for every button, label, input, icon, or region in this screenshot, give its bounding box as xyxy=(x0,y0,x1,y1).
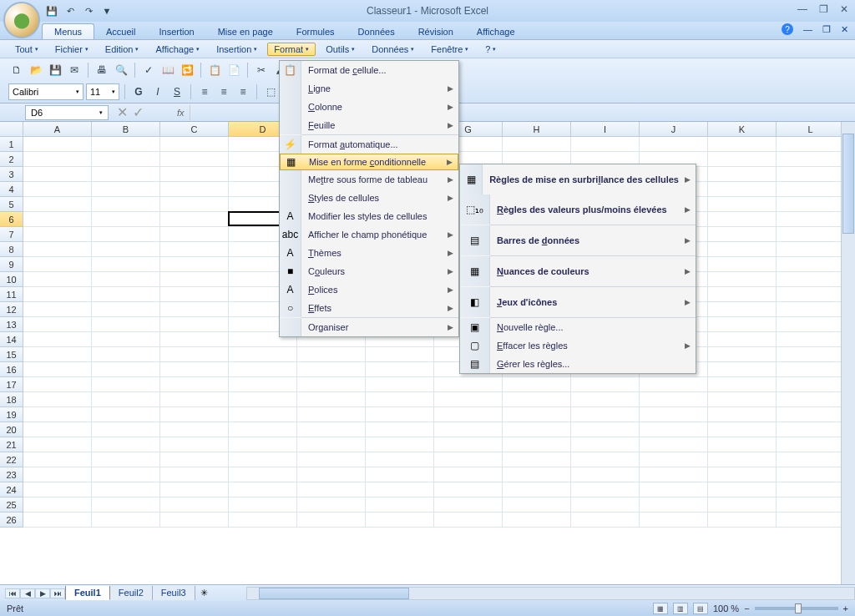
cell[interactable] xyxy=(434,377,503,392)
cell[interactable] xyxy=(777,272,845,287)
cell[interactable] xyxy=(160,497,229,512)
cell[interactable] xyxy=(708,392,777,407)
cell[interactable] xyxy=(503,452,571,467)
cell[interactable] xyxy=(708,512,777,528)
cell[interactable] xyxy=(160,362,229,377)
column-header[interactable]: J xyxy=(640,122,708,136)
cell[interactable] xyxy=(92,497,160,512)
column-header[interactable]: B xyxy=(92,122,160,136)
ribbon-tab-révision[interactable]: Révision xyxy=(407,24,465,39)
menu-item-couleurs[interactable]: ■Couleurs▶ xyxy=(280,262,458,280)
enter-formula-icon[interactable]: ✓ xyxy=(133,104,144,120)
fx-icon[interactable]: fx xyxy=(177,108,185,118)
page-break-view-icon[interactable]: ▤ xyxy=(693,603,708,614)
bold-icon[interactable]: G xyxy=(130,83,147,100)
cell[interactable] xyxy=(640,452,708,467)
cell[interactable] xyxy=(708,497,777,512)
menu-item-mise-en-forme-conditionnelle[interactable]: ▦Mise en forme conditionnelle▶ xyxy=(280,154,458,170)
cell[interactable] xyxy=(23,332,92,347)
ribbon-tab-insertion[interactable]: Insertion xyxy=(148,24,206,39)
cell[interactable] xyxy=(366,347,434,362)
cell[interactable] xyxy=(160,332,229,347)
cell[interactable] xyxy=(366,407,434,422)
row-header[interactable]: 13 xyxy=(0,317,23,332)
mail-icon[interactable]: ✉ xyxy=(66,62,83,78)
cell[interactable] xyxy=(777,452,845,467)
cell[interactable] xyxy=(640,467,708,482)
row-header[interactable]: 17 xyxy=(0,377,23,392)
cell[interactable] xyxy=(640,437,708,452)
cell[interactable] xyxy=(229,407,297,422)
cell[interactable] xyxy=(366,482,434,497)
cell[interactable] xyxy=(297,377,366,392)
row-header[interactable]: 21 xyxy=(0,437,23,452)
cell[interactable] xyxy=(366,497,434,512)
cell[interactable] xyxy=(503,392,571,407)
cell[interactable] xyxy=(777,137,845,152)
cell[interactable] xyxy=(297,407,366,422)
cell[interactable] xyxy=(503,407,571,422)
cell[interactable] xyxy=(229,452,297,467)
sheet-nav-next-icon[interactable]: ▶ xyxy=(35,588,50,598)
cell[interactable] xyxy=(92,272,160,287)
sheet-nav-first-icon[interactable]: ⏮ xyxy=(5,588,20,598)
cell[interactable] xyxy=(92,482,160,497)
cell[interactable] xyxy=(160,482,229,497)
vertical-scrollbar[interactable] xyxy=(841,122,855,584)
select-all-corner[interactable] xyxy=(0,122,23,136)
cell[interactable] xyxy=(92,257,160,272)
cell[interactable] xyxy=(92,137,160,152)
row-header[interactable]: 6 xyxy=(0,212,23,227)
cell[interactable] xyxy=(708,467,777,482)
cell[interactable] xyxy=(160,197,229,212)
row-header[interactable]: 11 xyxy=(0,287,23,302)
cell[interactable] xyxy=(23,152,92,167)
row-header[interactable]: 15 xyxy=(0,347,23,362)
cell[interactable] xyxy=(23,422,92,437)
cell[interactable] xyxy=(571,377,640,392)
cell[interactable] xyxy=(708,212,777,227)
submenu-item-jeux-d-ic-nes[interactable]: ◧Jeux d'icônes▶ xyxy=(460,287,696,317)
cell[interactable] xyxy=(160,317,229,332)
new-icon[interactable]: 🗋 xyxy=(8,62,25,78)
cell[interactable] xyxy=(297,437,366,452)
cell[interactable] xyxy=(708,197,777,212)
cell[interactable] xyxy=(229,422,297,437)
row-header[interactable]: 1 xyxy=(0,137,23,152)
ribbon-tab-formules[interactable]: Formules xyxy=(285,24,347,39)
cell[interactable] xyxy=(366,437,434,452)
cell[interactable] xyxy=(708,257,777,272)
cell[interactable] xyxy=(777,302,845,317)
column-header[interactable]: I xyxy=(571,122,640,136)
cell[interactable] xyxy=(160,437,229,452)
sheet-tab-feuil3[interactable]: Feuil3 xyxy=(153,586,195,600)
cell[interactable] xyxy=(92,227,160,242)
cut-icon[interactable]: ✂ xyxy=(253,62,270,78)
column-header[interactable]: A xyxy=(23,122,92,136)
cell[interactable] xyxy=(777,482,845,497)
row-header[interactable]: 12 xyxy=(0,302,23,317)
cell[interactable] xyxy=(92,197,160,212)
submenu-item-r-gles-des-valeurs-plus-moins-lev-es[interactable]: ⬚₁₀Règles des valeurs plus/moins élevées… xyxy=(460,194,696,225)
cell[interactable] xyxy=(366,362,434,377)
cell[interactable] xyxy=(777,392,845,407)
italic-icon[interactable]: I xyxy=(149,83,166,100)
cell[interactable] xyxy=(229,497,297,512)
cell[interactable] xyxy=(640,497,708,512)
minimize-button[interactable]: — xyxy=(797,3,807,15)
cell[interactable] xyxy=(708,407,777,422)
cell[interactable] xyxy=(777,437,845,452)
cell[interactable] xyxy=(23,497,92,512)
research-icon[interactable]: 📖 xyxy=(159,62,176,78)
office-button[interactable]: ⬤ xyxy=(3,2,40,38)
zoom-level[interactable]: 100 % xyxy=(713,603,739,613)
cell[interactable] xyxy=(434,422,503,437)
cell[interactable] xyxy=(777,362,845,377)
menu-item-mettre-sous-forme-de-tableau[interactable]: Mettre sous forme de tableau▶ xyxy=(280,170,458,189)
name-box[interactable]: D6▾ xyxy=(25,105,109,120)
cell[interactable] xyxy=(229,347,297,362)
cell[interactable] xyxy=(777,377,845,392)
menu-item-ligne[interactable]: Ligne▶ xyxy=(280,79,458,98)
cell[interactable] xyxy=(92,407,160,422)
cell[interactable] xyxy=(777,257,845,272)
